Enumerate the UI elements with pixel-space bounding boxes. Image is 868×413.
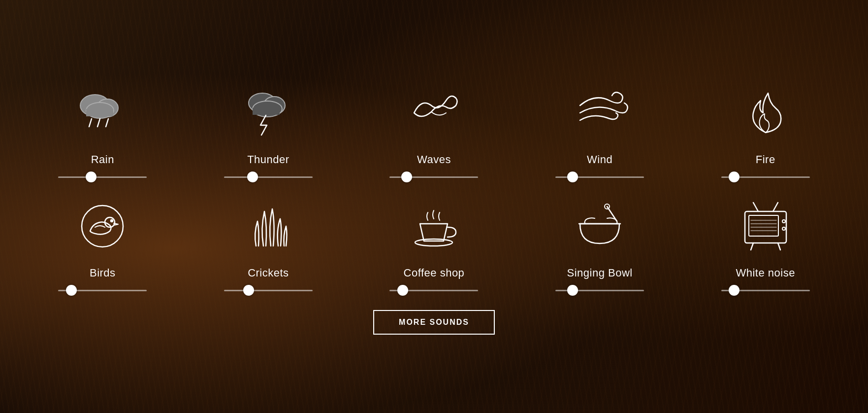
waves-slider-container [389, 172, 478, 182]
svg-line-27 [773, 203, 778, 211]
svg-line-26 [753, 203, 758, 211]
thunder-slider[interactable] [224, 176, 313, 178]
singing-bowl-icon [565, 192, 634, 261]
white-noise-slider-container [721, 285, 810, 295]
svg-point-13 [111, 220, 113, 222]
coffee-shop-slider-container [389, 285, 478, 295]
singing-bowl-slider[interactable] [555, 290, 644, 291]
wind-slider[interactable] [555, 176, 644, 178]
main-container: Rain Thunder [0, 0, 868, 413]
sound-item-crickets: Crickets [195, 192, 342, 295]
crickets-label: Crickets [248, 267, 289, 279]
coffee-shop-label: Coffee shop [404, 267, 465, 279]
rain-label: Rain [91, 153, 114, 166]
sound-item-coffee-shop: Coffee shop [361, 192, 507, 295]
waves-icon [399, 78, 468, 147]
svg-rect-19 [749, 215, 778, 236]
birds-slider-container [58, 285, 147, 295]
svg-rect-10 [253, 108, 280, 115]
wind-slider-container [555, 172, 644, 182]
white-noise-slider[interactable] [721, 290, 810, 291]
svg-line-5 [97, 119, 100, 127]
sound-item-fire: Fire [692, 78, 838, 182]
waves-label: Waves [417, 153, 451, 166]
svg-point-24 [782, 220, 785, 223]
thunder-icon [234, 78, 303, 147]
fire-icon [731, 78, 800, 147]
fire-slider-container [721, 172, 810, 182]
coffee-shop-icon [399, 192, 468, 261]
rain-slider[interactable] [58, 176, 147, 178]
waves-slider[interactable] [389, 176, 478, 178]
rain-slider-container [58, 172, 147, 182]
svg-point-14 [415, 239, 452, 246]
crickets-slider[interactable] [224, 290, 313, 291]
svg-line-29 [778, 243, 780, 250]
wind-icon [565, 78, 634, 147]
svg-line-6 [106, 119, 108, 127]
wind-label: Wind [587, 153, 612, 166]
svg-point-25 [782, 227, 785, 230]
rain-icon [68, 78, 137, 147]
sound-item-rain: Rain [30, 78, 176, 182]
coffee-shop-slider[interactable] [389, 290, 478, 291]
svg-line-28 [751, 243, 753, 250]
svg-line-4 [89, 119, 92, 127]
sound-item-white-noise: White noise [692, 192, 838, 295]
crickets-slider-container [224, 285, 313, 295]
crickets-icon [234, 192, 303, 261]
thunder-slider-container [224, 172, 313, 182]
sound-item-wind: Wind [527, 78, 673, 182]
singing-bowl-label: Singing Bowl [567, 267, 633, 279]
sound-item-waves: Waves [361, 78, 507, 182]
birds-label: Birds [90, 267, 116, 279]
sound-item-thunder: Thunder [195, 78, 342, 182]
singing-bowl-slider-container [555, 285, 644, 295]
sound-item-singing-bowl: Singing Bowl [527, 192, 673, 295]
white-noise-label: White noise [736, 267, 795, 279]
birds-icon [68, 192, 137, 261]
white-noise-icon [731, 192, 800, 261]
sound-item-birds: Birds [30, 192, 176, 295]
thunder-label: Thunder [247, 153, 289, 166]
svg-rect-3 [86, 109, 113, 116]
fire-slider[interactable] [721, 176, 810, 178]
fire-label: Fire [756, 153, 775, 166]
birds-slider[interactable] [58, 290, 147, 291]
more-sounds-button[interactable]: MORE SOUNDS [373, 310, 495, 335]
sounds-grid: Rain Thunder [30, 78, 838, 295]
